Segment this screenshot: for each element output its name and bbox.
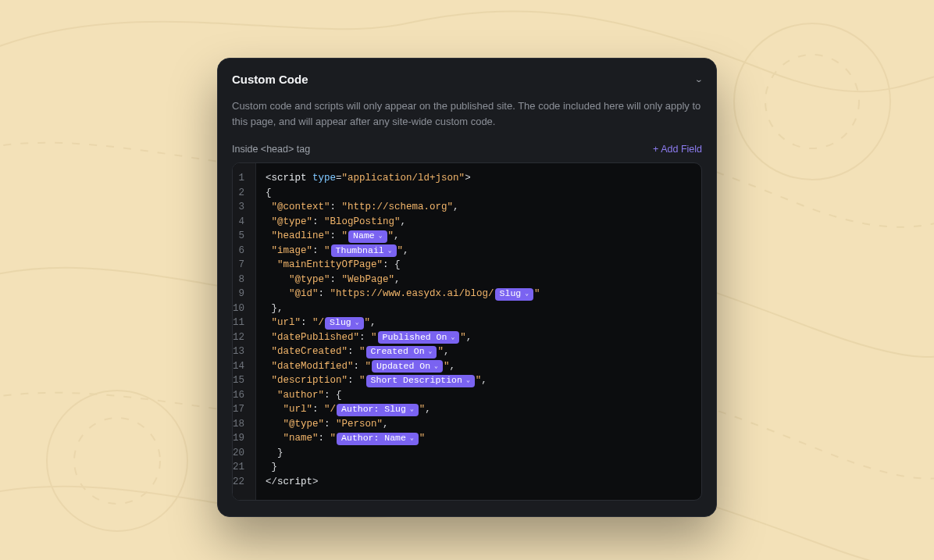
code-token: ,	[453, 200, 459, 215]
code-token	[266, 287, 289, 301]
code-token: : {	[324, 388, 342, 403]
field-chip[interactable]: Thumbnail⌄	[331, 244, 397, 257]
code-line[interactable]: </script>	[266, 475, 692, 490]
code-token: :	[312, 244, 324, 259]
line-number: 22	[233, 475, 249, 490]
code-line[interactable]: "url": "/Author: Slug⌄",	[266, 402, 692, 417]
code-token: "dateCreated"	[272, 344, 348, 359]
code-line[interactable]: "@context": "http://schema.org",	[266, 200, 692, 215]
svg-point-3	[765, 55, 859, 148]
code-token: "WebPage"	[342, 273, 395, 287]
line-number: 20	[233, 446, 249, 461]
field-chip[interactable]: Slug⌄	[495, 288, 533, 301]
line-number: 1	[233, 171, 249, 186]
chevron-down-icon: ⌄	[466, 373, 470, 388]
code-token: "application/ld+json"	[342, 171, 465, 186]
line-number: 4	[233, 215, 249, 230]
code-line[interactable]: "headline": "Name⌄",	[266, 229, 692, 244]
field-chip[interactable]: Slug⌄	[325, 317, 363, 330]
code-line[interactable]: "author": {	[266, 388, 692, 403]
code-token	[266, 417, 283, 432]
code-token: }	[266, 460, 277, 475]
code-line[interactable]: "image": "Thumbnail⌄",	[266, 244, 692, 259]
panel-title: Custom Code	[232, 73, 308, 86]
chevron-down-icon: ⌄	[379, 229, 383, 244]
chevron-down-icon: ⌄	[429, 344, 433, 359]
code-token: "https://www.easydx.ai/blog/	[330, 287, 494, 301]
chevron-down-icon: ⌄	[388, 244, 392, 259]
chevron-down-icon: ⌄	[434, 359, 438, 374]
add-field-button[interactable]: + Add Field	[653, 144, 702, 155]
code-line[interactable]: "name": "Author: Name⌄"	[266, 431, 692, 446]
code-line[interactable]: "@type": "WebPage",	[266, 273, 692, 287]
code-token: =	[336, 171, 342, 186]
code-token: ,	[481, 373, 487, 388]
chevron-down-icon: ⌄	[410, 402, 414, 417]
code-token	[266, 258, 277, 273]
code-line[interactable]: }	[266, 460, 692, 475]
code-token: :	[319, 287, 330, 301]
field-chip[interactable]: Created On⌄	[366, 346, 437, 358]
code-token: "datePublished"	[272, 330, 360, 345]
code-token: "	[437, 344, 444, 359]
code-token: "dateModified"	[272, 359, 354, 374]
editor-code[interactable]: <script type="application/ld+json">{ "@c…	[256, 163, 701, 500]
code-editor[interactable]: 12345678910111213141516171819202122 <scr…	[232, 162, 702, 501]
line-number: 5	[233, 229, 249, 244]
code-token: "name"	[283, 431, 319, 446]
code-token: "http://schema.org"	[342, 200, 454, 215]
code-token: "/	[324, 402, 336, 417]
line-number: 8	[233, 273, 249, 287]
code-line[interactable]: "dateCreated": "Created On⌄",	[266, 344, 692, 359]
code-line[interactable]: "datePublished": "Published On⌄",	[266, 330, 692, 345]
line-number: 18	[233, 417, 249, 432]
field-chip[interactable]: Author: Name⌄	[337, 433, 419, 445]
code-token: ,	[394, 273, 401, 287]
line-number: 16	[233, 388, 249, 403]
svg-point-2	[734, 23, 890, 180]
field-chip-label: Updated On	[376, 359, 430, 374]
chevron-down-icon: ⌄	[525, 287, 529, 301]
field-chip-label: Author: Name	[341, 431, 406, 446]
code-token: : {	[383, 258, 401, 273]
code-line[interactable]: },	[266, 301, 692, 316]
code-token: "	[397, 244, 404, 259]
code-token: }	[266, 446, 283, 461]
code-token	[266, 316, 272, 330]
code-line[interactable]: {	[266, 186, 692, 201]
code-token: "BlogPosting"	[324, 215, 401, 230]
code-token: ,	[466, 330, 472, 345]
line-number: 11	[233, 316, 249, 330]
code-line[interactable]: "description": "Short Description⌄",	[266, 373, 692, 388]
code-token	[266, 330, 272, 345]
line-number: 7	[233, 258, 249, 273]
code-token: :	[312, 402, 324, 417]
field-chip[interactable]: Published On⌄	[378, 331, 460, 344]
code-token: "	[359, 373, 365, 388]
field-chip[interactable]: Name⌄	[348, 230, 387, 243]
code-token: "@type"	[289, 273, 330, 287]
code-line[interactable]: }	[266, 446, 692, 461]
code-token: "	[365, 359, 372, 374]
code-token: "	[388, 229, 394, 244]
code-line[interactable]: "@id": "https://www.easydx.ai/blog/Slug⌄…	[266, 287, 692, 301]
code-line[interactable]: <script type="application/ld+json">	[266, 171, 692, 186]
code-line[interactable]: "dateModified": "Updated On⌄",	[266, 359, 692, 374]
code-token: "	[365, 316, 371, 330]
field-chip[interactable]: Short Description⌄	[366, 375, 475, 387]
code-line[interactable]: "@type": "Person",	[266, 417, 692, 432]
field-chip[interactable]: Updated On⌄	[372, 360, 443, 373]
code-token: :	[359, 330, 371, 345]
code-token	[266, 373, 272, 388]
code-line[interactable]: "url": "/Slug⌄",	[266, 316, 692, 330]
chevron-down-icon[interactable]: ⌄	[694, 75, 703, 84]
field-chip[interactable]: Author: Slug⌄	[337, 404, 419, 416]
code-token: "@context"	[272, 200, 330, 215]
code-token	[266, 273, 289, 287]
code-line[interactable]: "@type": "BlogPosting",	[266, 215, 692, 230]
code-token: "	[371, 330, 377, 345]
code-line[interactable]: "mainEntityOfPage": {	[266, 258, 692, 273]
code-token: "@id"	[289, 287, 319, 301]
code-token: :	[330, 273, 342, 287]
line-number: 15	[233, 373, 249, 388]
